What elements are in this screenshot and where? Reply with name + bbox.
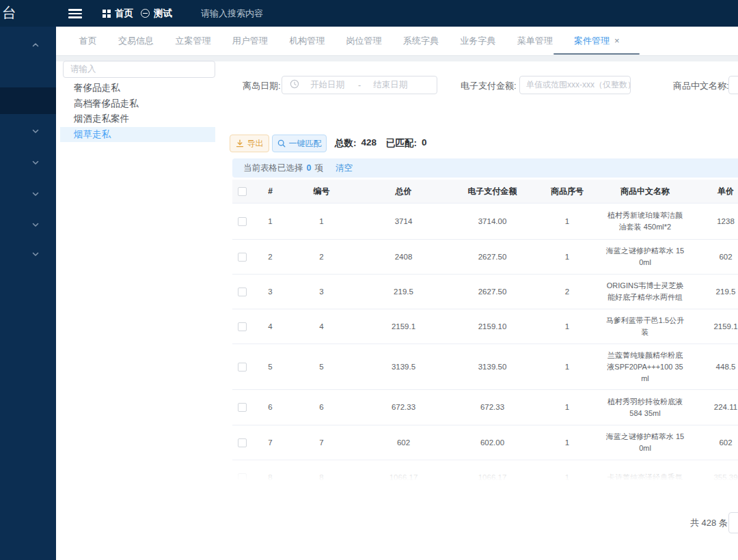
cell-payment: 2159.10: [453, 309, 532, 344]
row-checkbox[interactable]: [238, 403, 247, 412]
amount-filter-input[interactable]: 单值或范围xxx-xxx（仅整数）: [519, 76, 631, 94]
sidebar-chevron-up-icon[interactable]: [31, 41, 40, 49]
row-checkbox[interactable]: [238, 217, 247, 226]
sidebar-active-item[interactable]: [0, 87, 56, 114]
product-name-filter-input[interactable]: [728, 76, 738, 94]
tab-label: 业务字典: [460, 36, 495, 46]
cell-index: 5: [251, 344, 289, 390]
tab-item-active[interactable]: 案件管理×: [563, 27, 630, 55]
cell-product-name: 海蓝之谜修护精萃水 150ml: [603, 425, 687, 460]
clear-selection-link[interactable]: 清空: [336, 163, 353, 174]
row-checkbox[interactable]: [238, 473, 247, 480]
tab-label: 系统字典: [403, 36, 439, 46]
cell-total: 672.33: [354, 390, 453, 425]
tab-label: 立案管理: [175, 36, 210, 46]
tree-search-placeholder: 请输入: [70, 64, 96, 74]
one-click-match-button[interactable]: 一键匹配: [272, 135, 327, 152]
active-tab-underline: [554, 53, 640, 55]
row-checkbox[interactable]: [238, 363, 247, 372]
cell-index: 6: [251, 390, 289, 425]
tab-label: 交易信息: [118, 36, 154, 46]
tab-item-8[interactable]: 业务字典: [450, 27, 506, 55]
tab-item-1[interactable]: 首页: [68, 27, 107, 55]
one-click-match-label: 一键匹配: [289, 138, 322, 150]
selection-suffix: 项: [314, 163, 323, 174]
cell-seq: 1: [532, 204, 603, 240]
match-stats: 总数:428 已匹配:0: [335, 135, 427, 152]
tab-close-icon[interactable]: ×: [614, 36, 620, 46]
cell-payment: 1066.17: [453, 460, 532, 481]
sidebar-chevron-down-icon[interactable]: [31, 127, 40, 135]
table-column-header: 编号: [289, 180, 354, 204]
tab-label: 首页: [79, 36, 97, 46]
cell-payment: 2627.50: [453, 275, 532, 309]
table-column-header: 商品中文名称: [603, 180, 687, 204]
export-button[interactable]: 导出: [230, 135, 269, 152]
tab-label: 菜单管理: [517, 36, 553, 46]
tree-item[interactable]: 高档奢侈品走私: [60, 96, 215, 112]
row-checkbox[interactable]: [238, 288, 247, 296]
sidebar-chevron-down-icon[interactable]: [31, 221, 40, 229]
cell-index: 4: [251, 309, 289, 344]
row-checkbox[interactable]: [238, 438, 247, 447]
table-column-header: 总价: [354, 180, 453, 204]
navbar-item-home[interactable]: 首页: [102, 0, 133, 27]
date-start-placeholder: 开始日期: [310, 79, 344, 91]
tree-item[interactable]: 奢侈品走私: [60, 81, 215, 96]
cell-seq: 1: [532, 390, 603, 425]
tab-item-9[interactable]: 菜单管理: [506, 27, 563, 55]
tree-item[interactable]: 烟酒走私案件: [60, 111, 215, 127]
table-row: 553139.53139.501兰蔻菁纯臻颜精华粉底液SPF20PA+++100…: [232, 344, 738, 390]
table-row: 1137143714.001植村秀新琥珀臻萃洁颜油套装 450ml*21238: [232, 204, 738, 240]
tab-label: 案件管理: [574, 36, 610, 46]
date-range-picker[interactable]: 开始日期 - 结束日期: [282, 76, 437, 94]
row-checkbox[interactable]: [238, 253, 247, 262]
cell-unit-price: 224.11: [687, 390, 738, 425]
cell-total: 3714: [354, 204, 453, 240]
cell-code: 8: [289, 460, 354, 481]
row-checkbox[interactable]: [238, 322, 247, 331]
cell-total: 3139.5: [354, 344, 453, 390]
tree-search-input[interactable]: 请输入: [63, 61, 215, 78]
sidebar-chevron-down-icon[interactable]: [31, 250, 40, 258]
selection-prefix: 当前表格已选择: [243, 163, 303, 174]
cell-total: 1066.17: [354, 460, 453, 481]
tab-item-7[interactable]: 系统字典: [392, 27, 449, 55]
cell-index: 8: [251, 460, 289, 481]
sidebar-chevron-down-icon[interactable]: [31, 190, 40, 198]
date-filter-label: 离岛日期:: [243, 81, 281, 91]
cell-unit-price: 602: [687, 240, 738, 275]
tab-item-5[interactable]: 机构管理: [279, 27, 336, 55]
page-size-select[interactable]: [728, 512, 738, 533]
download-icon: [236, 139, 244, 148]
tab-item-3[interactable]: 立案管理: [165, 27, 221, 55]
cell-unit-price: 448.5: [687, 344, 738, 390]
tab-item-2[interactable]: 交易信息: [107, 27, 164, 55]
cell-payment: 602.00: [453, 425, 532, 460]
clock-icon: [290, 79, 299, 91]
cell-unit-price: 355.39: [687, 460, 738, 481]
cell-unit-price: 1238: [687, 204, 738, 240]
cell-seq: 2: [532, 275, 603, 309]
grid-icon: [102, 10, 111, 18]
total-value: 428: [361, 137, 377, 150]
navbar-search-input[interactable]: 请输入搜索内容: [201, 0, 263, 27]
table-column-header: 电子支付金额: [453, 180, 532, 204]
tab-item-4[interactable]: 用户管理: [221, 27, 278, 55]
export-button-label: 导出: [247, 138, 264, 150]
cell-unit-price: 602: [687, 425, 738, 460]
tree-item[interactable]: 烟草走私: [60, 127, 215, 143]
cell-total: 2159.1: [354, 309, 453, 344]
cell-code: 6: [289, 390, 354, 425]
cell-index: 7: [251, 425, 289, 460]
cell-seq: 1: [532, 460, 603, 481]
sidebar-chevron-down-icon[interactable]: [31, 158, 40, 167]
cell-payment: 3714.00: [453, 204, 532, 240]
cell-index: 2: [251, 240, 289, 275]
tab-bar: 首页交易信息立案管理用户管理机构管理岗位管理系统字典业务字典菜单管理案件管理×: [56, 27, 738, 56]
tab-item-6[interactable]: 岗位管理: [336, 27, 392, 55]
navbar-item-test[interactable]: 测试: [141, 0, 172, 27]
select-all-checkbox[interactable]: [238, 187, 247, 196]
total-label: 总数:: [335, 137, 357, 150]
hamburger-menu-icon[interactable]: [68, 9, 82, 18]
